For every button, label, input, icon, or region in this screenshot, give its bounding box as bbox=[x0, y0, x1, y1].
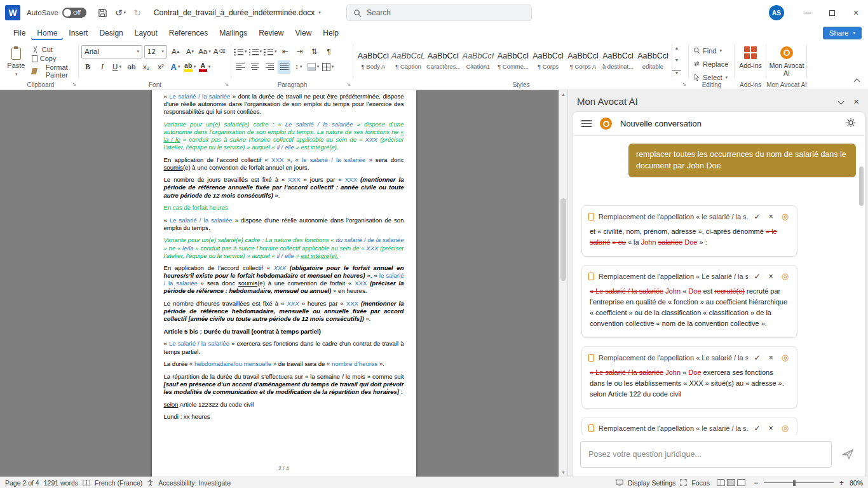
bullets-button[interactable]: ▾ bbox=[234, 45, 247, 58]
paragraph[interactable]: La répartition de la durée du travail s’… bbox=[164, 373, 404, 396]
style-item[interactable]: AaBbCcleditable bbox=[635, 44, 670, 77]
panel-chevron-down-icon[interactable] bbox=[839, 99, 843, 104]
paragraph[interactable]: Le nombre d’heures travaillées est fixé … bbox=[164, 300, 404, 323]
underline-button[interactable]: U▾ bbox=[111, 60, 123, 74]
print-layout-button[interactable] bbox=[727, 479, 735, 486]
font-size-select[interactable]: 12▾ bbox=[144, 45, 167, 58]
zoom-slider[interactable] bbox=[764, 480, 834, 486]
page-indicator[interactable]: Page 2 of 4 bbox=[5, 479, 39, 487]
text-effects-button[interactable]: A▾ bbox=[169, 60, 182, 74]
undo-button[interactable]: ↺▾ bbox=[111, 4, 130, 22]
zoom-in-button[interactable]: + bbox=[838, 479, 845, 487]
style-item[interactable]: AaBbCcI¶ Body A bbox=[356, 44, 391, 77]
format-painter-button[interactable]: Format Painter bbox=[30, 63, 76, 79]
save-button[interactable] bbox=[94, 4, 111, 22]
menu-tab-view[interactable]: View bbox=[290, 26, 318, 40]
scroll-down-icon[interactable]: ▼ bbox=[559, 468, 567, 477]
document-body[interactable]: « Le salarié / la salariée » dont la dur… bbox=[152, 90, 416, 421]
language-indicator[interactable]: French (France) bbox=[95, 479, 142, 487]
grow-font-button[interactable]: A▴ bbox=[169, 45, 182, 58]
focus-mode[interactable]: Focus bbox=[691, 479, 710, 487]
accept-button[interactable]: ✓ bbox=[752, 353, 763, 362]
shrink-font-button[interactable]: A▾ bbox=[184, 45, 196, 58]
gear-icon[interactable] bbox=[846, 118, 856, 130]
paragraph[interactable]: « Le salarié / la salariée » dispose d’u… bbox=[164, 217, 404, 232]
align-left-button[interactable] bbox=[234, 60, 247, 74]
paragraph[interactable]: Le nombre de jours travaillés est fixé à… bbox=[164, 176, 404, 199]
close-button[interactable]: × bbox=[844, 0, 868, 25]
locate-button[interactable]: ◎ bbox=[780, 353, 790, 362]
styles-dialog-launcher[interactable]: ↘ bbox=[682, 81, 686, 87]
question-input[interactable] bbox=[580, 441, 832, 468]
subscript-button[interactable]: x₂ bbox=[140, 60, 153, 74]
web-layout-button[interactable] bbox=[737, 479, 745, 486]
accessibility-status[interactable]: Accessibility: Investigate bbox=[158, 479, 231, 487]
menu-tab-mailings[interactable]: Mailings bbox=[214, 26, 253, 40]
redo-button[interactable]: ↻ bbox=[130, 4, 145, 22]
reject-button[interactable]: × bbox=[767, 272, 775, 281]
numbering-button[interactable]: ▾ bbox=[249, 45, 262, 58]
highlight-button[interactable]: ab▾ bbox=[184, 60, 196, 74]
menu-tab-references[interactable]: References bbox=[163, 26, 214, 40]
word-count[interactable]: 1291 words bbox=[44, 479, 78, 487]
style-item[interactable]: AaBbCclà destinat... bbox=[600, 44, 635, 77]
reject-button[interactable]: × bbox=[767, 424, 775, 433]
align-right-button[interactable] bbox=[263, 60, 276, 74]
justify-button[interactable] bbox=[278, 60, 290, 74]
bold-button[interactable]: B bbox=[81, 60, 94, 74]
menu-tab-review[interactable]: Review bbox=[253, 26, 289, 40]
font-color-button[interactable]: A▾ bbox=[198, 60, 211, 74]
style-item[interactable]: AaBbCcL¶ Caption bbox=[391, 44, 426, 77]
find-button[interactable]: Find▾ bbox=[691, 45, 732, 56]
italic-button[interactable]: I bbox=[96, 60, 109, 74]
superscript-button[interactable]: x² bbox=[154, 60, 167, 74]
menu-tab-insert[interactable]: Insert bbox=[63, 26, 93, 40]
increase-indent-button[interactable]: ⇥ bbox=[294, 45, 306, 58]
clipboard-dialog-launcher[interactable]: ↘ bbox=[72, 81, 76, 87]
strikethrough-button[interactable]: ab bbox=[125, 60, 138, 74]
reject-button[interactable]: × bbox=[767, 212, 775, 221]
change-case-button[interactable]: Aa▾ bbox=[198, 45, 211, 58]
panel-close-icon[interactable]: × bbox=[853, 96, 859, 107]
menu-tab-design[interactable]: Design bbox=[93, 26, 128, 40]
accept-button[interactable]: ✓ bbox=[752, 424, 763, 433]
maximize-button[interactable] bbox=[820, 0, 844, 25]
document-scrollbar[interactable]: ▲ ▼ bbox=[559, 90, 567, 477]
autosave-toggle-icon[interactable]: Off bbox=[62, 8, 86, 18]
read-mode-button[interactable] bbox=[717, 479, 725, 486]
panel-scrollbar-thumb[interactable] bbox=[859, 166, 864, 206]
paragraph[interactable]: Article 5 bis : Durée du travail (contra… bbox=[164, 328, 404, 336]
paragraph[interactable]: La durée « hebdomadaire/ou mensuelle » d… bbox=[164, 360, 404, 368]
reject-button[interactable]: × bbox=[767, 353, 775, 362]
font-dialog-launcher[interactable]: ↘ bbox=[224, 81, 229, 87]
style-item[interactable]: AaBbCcICaractères... bbox=[426, 44, 461, 77]
align-center-button[interactable] bbox=[248, 60, 261, 74]
sort-button[interactable]: ⇅ bbox=[308, 45, 321, 58]
menu-tab-home[interactable]: Home bbox=[31, 26, 63, 40]
replace-button[interactable]: Replace bbox=[691, 58, 732, 69]
paragraph[interactable]: En cas de forfait heures bbox=[164, 204, 404, 212]
locate-button[interactable]: ◎ bbox=[780, 212, 790, 221]
shading-button[interactable]: ▾ bbox=[307, 60, 320, 74]
menu-tab-layout[interactable]: Layout bbox=[129, 26, 163, 40]
accept-button[interactable]: ✓ bbox=[752, 272, 763, 281]
paragraph[interactable]: Variante pour un(e) salarié(e) cadre : L… bbox=[164, 236, 404, 259]
style-item[interactable]: AaBbCcICitation1 bbox=[461, 44, 496, 77]
menu-tab-help[interactable]: Help bbox=[317, 26, 344, 40]
paragraph-dialog-launcher[interactable]: ↘ bbox=[346, 81, 351, 87]
document-title[interactable]: Contrat_de_travail_à_durée_indéterminée.… bbox=[154, 8, 321, 17]
send-button[interactable] bbox=[838, 445, 857, 464]
paragraph[interactable]: « Le salarié / la salariée » dont la dur… bbox=[164, 93, 404, 116]
paragraph[interactable]: En application de l’accord collectif « X… bbox=[164, 264, 404, 295]
zoom-out-button[interactable]: − bbox=[752, 479, 759, 487]
font-family-select[interactable]: Arial▾ bbox=[81, 45, 142, 58]
paragraph[interactable]: Lundi : xx heures bbox=[164, 413, 404, 421]
gallery-up-icon[interactable]: ▲ bbox=[672, 46, 681, 50]
multilevel-list-button[interactable]: ▾ bbox=[264, 45, 277, 58]
minimize-button[interactable] bbox=[796, 0, 820, 25]
copy-button[interactable]: Copy bbox=[30, 54, 76, 63]
style-item[interactable]: AaBbCcI¶ Comme... bbox=[496, 44, 531, 77]
display-settings[interactable]: Display Settings bbox=[628, 479, 675, 487]
avatar[interactable]: AS bbox=[769, 5, 784, 20]
search-box[interactable]: Search bbox=[346, 4, 532, 21]
